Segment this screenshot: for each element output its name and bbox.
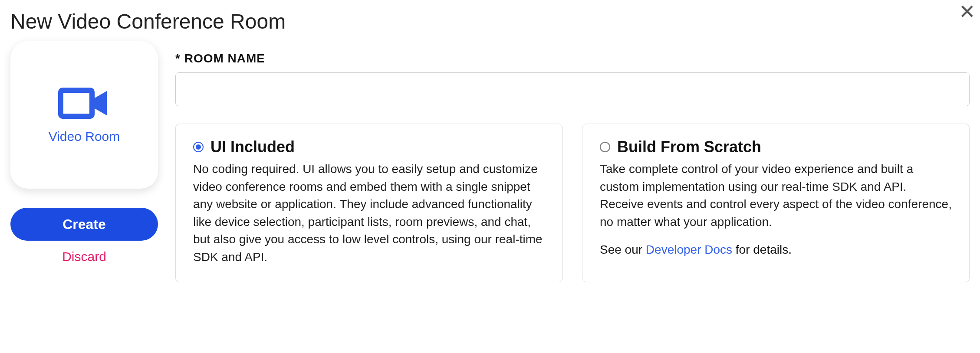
extra-suffix: for details.: [732, 243, 792, 256]
close-icon[interactable]: ✕: [959, 2, 976, 22]
option-extra: See our Developer Docs for details.: [600, 243, 952, 257]
sidebar: Video Room Create Discard: [10, 41, 158, 264]
room-name-label: * ROOM NAME: [175, 52, 970, 65]
option-ui-included[interactable]: UI Included No coding required. UI allow…: [175, 124, 563, 282]
room-build-options: UI Included No coding required. UI allow…: [175, 124, 970, 282]
option-description: Take complete control of your video expe…: [600, 160, 952, 231]
room-type-label: Video Room: [49, 129, 120, 144]
option-title: UI Included: [210, 138, 295, 156]
room-type-card: Video Room: [10, 41, 158, 189]
developer-docs-link[interactable]: Developer Docs: [646, 243, 732, 256]
radio-unselected-icon[interactable]: [600, 142, 610, 152]
new-video-room-dialog: ✕ New Video Conference Room Video Room C…: [0, 0, 980, 293]
dialog-body: Video Room Create Discard * ROOM NAME UI…: [10, 41, 970, 282]
create-button[interactable]: Create: [10, 208, 158, 241]
extra-prefix: See our: [600, 243, 646, 256]
svg-rect-0: [61, 90, 92, 116]
option-build-from-scratch[interactable]: Build From Scratch Take complete control…: [582, 124, 970, 282]
main-form: * ROOM NAME UI Included No coding requir…: [175, 41, 970, 282]
option-header: UI Included: [193, 138, 545, 156]
option-description: No coding required. UI allows you to eas…: [193, 160, 545, 266]
option-header: Build From Scratch: [600, 138, 952, 156]
option-title: Build From Scratch: [617, 138, 761, 156]
radio-selected-icon[interactable]: [193, 142, 204, 152]
video-camera-icon: [58, 86, 110, 122]
room-name-input[interactable]: [175, 72, 970, 106]
dialog-title: New Video Conference Room: [10, 10, 970, 33]
discard-button[interactable]: Discard: [10, 249, 158, 264]
